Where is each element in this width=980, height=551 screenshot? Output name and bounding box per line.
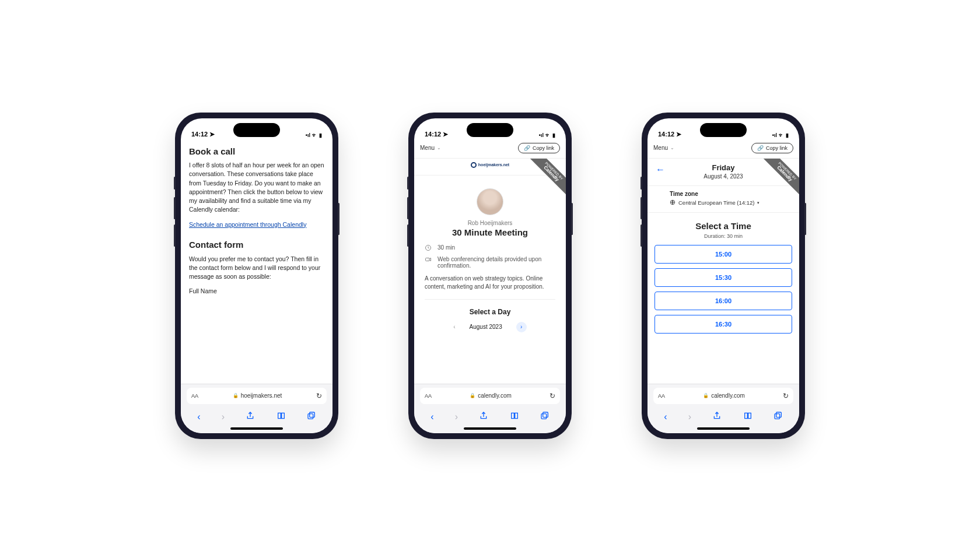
host-logo-text: hoeijmakers.net xyxy=(478,163,509,167)
url-text: calendly.com xyxy=(478,392,512,399)
svg-rect-1 xyxy=(308,413,313,419)
heading-book-call: Book a call xyxy=(189,145,324,158)
url-bar[interactable]: AA 🔒hoeijmakers.net ↻ xyxy=(187,388,327,404)
battery-icon: ▮ xyxy=(319,132,322,138)
url-text: calendly.com xyxy=(711,392,745,399)
text-size-button[interactable]: AA xyxy=(658,393,665,399)
signal-icon: •ıl xyxy=(539,132,544,138)
chevron-down-icon: ⌄ xyxy=(437,145,441,150)
copy-link-button[interactable]: 🔗 Copy link xyxy=(751,143,793,153)
bookmarks-button[interactable] xyxy=(743,411,752,423)
time-slot[interactable]: 15:30 xyxy=(654,268,792,287)
meeting-description: A conversation on web strategy topics. O… xyxy=(425,275,555,291)
safari-toolbar: AA 🔒calendly.com ↻ ‹ › xyxy=(648,384,799,433)
phone-mockup-1: 14:12 ➤ •ıl ᯤ ▮ Book a call I offer 8 sl… xyxy=(175,113,338,439)
reload-icon[interactable]: ↻ xyxy=(316,392,322,400)
share-button[interactable] xyxy=(246,411,255,423)
time-slot[interactable]: 16:00 xyxy=(654,292,792,310)
svg-rect-8 xyxy=(775,413,780,419)
wifi-icon: ᯤ xyxy=(779,132,784,138)
reload-icon[interactable]: ↻ xyxy=(783,392,789,400)
lock-icon: 🔒 xyxy=(470,393,475,398)
chevron-down-icon: ▾ xyxy=(757,201,760,205)
page-content: Book a call I offer 8 slots of half an h… xyxy=(181,139,332,384)
chevron-down-icon: ⌄ xyxy=(670,145,674,150)
timezone-value: Central European Time (14:12) xyxy=(678,199,754,206)
time-slot[interactable]: 16:30 xyxy=(654,315,792,334)
svg-rect-4 xyxy=(543,412,548,417)
url-bar[interactable]: AA 🔒calendly.com ↻ xyxy=(653,388,793,404)
reload-icon[interactable]: ↻ xyxy=(550,392,555,400)
next-month-button[interactable]: › xyxy=(516,322,527,332)
menu-label: Menu xyxy=(420,145,435,151)
menu-button[interactable]: Menu ⌄ xyxy=(420,145,441,151)
selected-date: August 4, 2023 xyxy=(648,173,799,180)
month-selector: ‹ August 2023 › xyxy=(425,322,555,332)
battery-icon: ▮ xyxy=(552,132,555,138)
battery-icon: ▮ xyxy=(786,132,789,138)
url-bar[interactable]: AA 🔒calendly.com ↻ xyxy=(420,388,560,404)
lock-icon: 🔒 xyxy=(233,393,239,398)
home-indicator[interactable] xyxy=(464,427,516,430)
forward-button[interactable]: › xyxy=(455,412,458,422)
selected-day: Friday xyxy=(648,163,799,172)
svg-rect-5 xyxy=(541,413,547,419)
wifi-icon: ᯤ xyxy=(545,132,551,138)
copy-link-label: Copy link xyxy=(766,145,788,151)
signal-icon: •ıl xyxy=(772,132,777,138)
svg-rect-7 xyxy=(776,412,782,417)
bookmarks-button[interactable] xyxy=(510,411,519,423)
back-button[interactable]: ‹ xyxy=(430,412,433,422)
safari-toolbar: AA 🔒calendly.com ↻ ‹ › xyxy=(414,384,566,433)
link-icon: 🔗 xyxy=(757,145,764,151)
bookmarks-button[interactable] xyxy=(276,411,286,423)
dynamic-island xyxy=(700,123,747,137)
tabs-button[interactable] xyxy=(307,411,316,423)
menu-button[interactable]: Menu ⌄ xyxy=(653,145,674,151)
prev-month-button[interactable]: ‹ xyxy=(453,324,455,330)
tabs-button[interactable] xyxy=(774,411,783,423)
copy-link-label: Copy link xyxy=(533,145,554,151)
dynamic-island xyxy=(233,123,280,137)
phone-mockup-2: 14:12 ➤ •ıl ᯤ ▮ Menu ⌄ 🔗 Copy link xyxy=(408,113,572,439)
select-time-heading: Select a Time xyxy=(648,221,799,231)
calendly-meeting-page: Menu ⌄ 🔗 Copy link hoeijmakers.net POWER… xyxy=(414,139,566,384)
url-text: hoeijmakers.net xyxy=(241,392,282,399)
back-button[interactable]: ‹ xyxy=(197,412,200,422)
full-name-label: Full Name xyxy=(189,287,324,296)
video-icon xyxy=(425,256,433,269)
time-slot[interactable]: 15:00 xyxy=(654,245,792,264)
safari-toolbar: AA 🔒hoeijmakers.net ↻ ‹ › xyxy=(181,384,332,433)
book-call-description: I offer 8 slots of half an hour per week… xyxy=(189,161,324,214)
forward-button[interactable]: › xyxy=(222,412,225,422)
duration-label: Duration: 30 min xyxy=(648,233,799,239)
tabs-button[interactable] xyxy=(540,411,550,423)
forward-button[interactable]: › xyxy=(688,412,691,422)
back-arrow-button[interactable]: ← xyxy=(656,164,665,175)
home-indicator[interactable] xyxy=(230,427,283,430)
home-indicator[interactable] xyxy=(697,427,750,430)
duration-text: 30 min xyxy=(438,244,455,252)
meeting-title: 30 Minute Meeting xyxy=(425,227,555,237)
dynamic-island xyxy=(467,123,513,137)
status-time: 14:12 xyxy=(191,131,208,138)
text-size-button[interactable]: AA xyxy=(191,393,198,399)
heading-contact-form: Contact form xyxy=(189,238,324,251)
status-time: 14:12 xyxy=(425,131,441,138)
share-button[interactable] xyxy=(712,411,722,423)
status-time: 14:12 xyxy=(658,131,674,138)
text-size-button[interactable]: AA xyxy=(425,393,432,399)
contact-form-description: Would you prefer me to contact you? Then… xyxy=(189,255,324,282)
host-name: Rob Hoeijmakers xyxy=(425,220,555,226)
share-button[interactable] xyxy=(479,411,488,423)
back-button[interactable]: ‹ xyxy=(664,412,667,422)
host-logo: hoeijmakers.net xyxy=(471,162,509,168)
schedule-link[interactable]: Schedule an appointment through Calendly xyxy=(189,220,306,229)
conferencing-text: Web conferencing details provided upon c… xyxy=(438,256,555,269)
timezone-selector[interactable]: Central European Time (14:12) ▾ xyxy=(670,199,791,206)
month-label: August 2023 xyxy=(470,324,502,330)
location-icon: ➤ xyxy=(443,131,448,138)
globe-icon xyxy=(670,199,676,206)
copy-link-button[interactable]: 🔗 Copy link xyxy=(518,143,560,153)
clock-icon xyxy=(425,244,433,252)
